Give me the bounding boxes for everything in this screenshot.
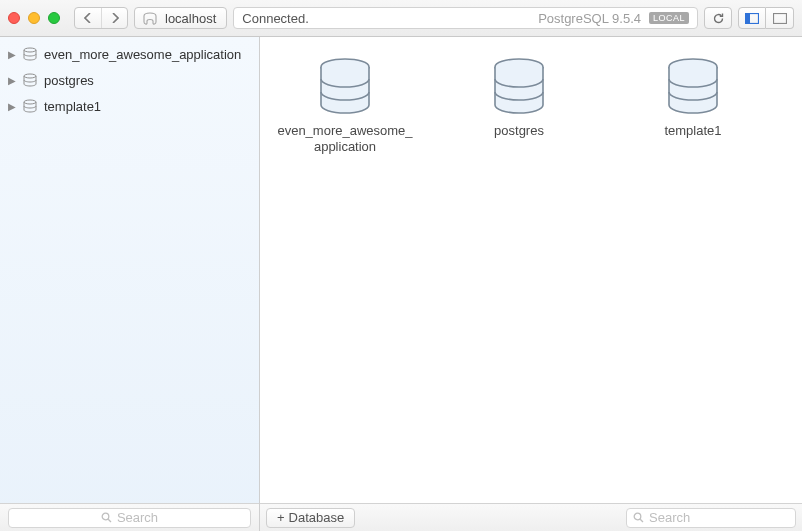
window-controls — [8, 12, 60, 24]
plus-icon: + — [277, 510, 285, 525]
database-tree: ▶ even_more_awesome_application ▶ postgr… — [0, 37, 259, 503]
main-footer: + Database Search — [260, 503, 802, 531]
host-picker[interactable]: localhost — [134, 7, 227, 29]
content-view-icon — [773, 13, 787, 24]
svg-line-7 — [108, 519, 111, 522]
database-item[interactable]: postgres — [444, 57, 594, 139]
back-button[interactable] — [75, 8, 101, 28]
status-text: Connected. — [242, 11, 309, 26]
sidebar-item-label: postgres — [44, 73, 94, 88]
sidebar-item-label: even_more_awesome_application — [44, 47, 241, 62]
forward-button[interactable] — [101, 8, 127, 28]
svg-point-6 — [102, 513, 109, 520]
sidebar-item-db[interactable]: ▶ template1 — [0, 93, 259, 119]
svg-point-3 — [24, 48, 36, 52]
reload-icon — [712, 12, 725, 25]
search-icon — [101, 512, 112, 523]
database-icon — [22, 73, 38, 87]
disclosure-triangle-icon[interactable]: ▶ — [8, 75, 16, 86]
main-pane: even_​more_​awesome_​application postgre… — [260, 37, 802, 531]
sidebar: ▶ even_more_awesome_application ▶ postgr… — [0, 37, 260, 531]
search-icon — [633, 512, 644, 523]
minimize-window-button[interactable] — [28, 12, 40, 24]
svg-point-5 — [24, 100, 36, 104]
search-placeholder: Search — [117, 510, 158, 525]
elephant-icon — [141, 10, 159, 26]
local-badge: LOCAL — [649, 12, 689, 24]
database-icon — [22, 99, 38, 113]
toolbar: localhost Connected. PostgreSQL 9.5.4 LO… — [0, 0, 802, 37]
sidebar-view-button[interactable] — [738, 7, 766, 29]
close-window-button[interactable] — [8, 12, 20, 24]
database-large-icon — [661, 57, 725, 115]
database-item-label: even_​more_​awesome_​application — [270, 123, 420, 155]
svg-line-12 — [640, 519, 643, 522]
svg-rect-2 — [773, 13, 786, 23]
database-large-icon — [487, 57, 551, 115]
host-label: localhost — [165, 11, 216, 26]
database-item[interactable]: template1 — [618, 57, 768, 139]
disclosure-triangle-icon[interactable]: ▶ — [8, 101, 16, 112]
content-view-button[interactable] — [766, 7, 794, 29]
database-large-icon — [313, 57, 377, 115]
chevron-left-icon — [84, 13, 92, 23]
sidebar-search-input[interactable]: Search — [8, 508, 251, 528]
status-field: Connected. PostgreSQL 9.5.4 LOCAL — [233, 7, 698, 29]
database-grid: even_​more_​awesome_​application postgre… — [260, 37, 802, 503]
database-item-label: template1 — [664, 123, 721, 139]
server-version: PostgreSQL 9.5.4 — [538, 11, 641, 26]
main-search-input[interactable]: Search — [626, 508, 796, 528]
sidebar-view-icon — [745, 13, 759, 24]
database-item-label: postgres — [494, 123, 544, 139]
sidebar-item-db[interactable]: ▶ postgres — [0, 67, 259, 93]
svg-point-11 — [634, 513, 641, 520]
svg-point-4 — [24, 74, 36, 78]
reload-button[interactable] — [704, 7, 732, 29]
zoom-window-button[interactable] — [48, 12, 60, 24]
disclosure-triangle-icon[interactable]: ▶ — [8, 49, 16, 60]
add-database-button[interactable]: + Database — [266, 508, 355, 528]
sidebar-item-label: template1 — [44, 99, 101, 114]
chevron-right-icon — [111, 13, 119, 23]
sidebar-footer: Search — [0, 503, 259, 531]
database-item[interactable]: even_​more_​awesome_​application — [270, 57, 420, 155]
svg-rect-1 — [746, 13, 751, 23]
database-icon — [22, 47, 38, 61]
nav-buttons — [74, 7, 128, 29]
sidebar-item-db[interactable]: ▶ even_more_awesome_application — [0, 41, 259, 67]
add-database-label: Database — [289, 510, 345, 525]
view-mode-toggle — [738, 7, 794, 29]
search-placeholder: Search — [649, 510, 690, 525]
